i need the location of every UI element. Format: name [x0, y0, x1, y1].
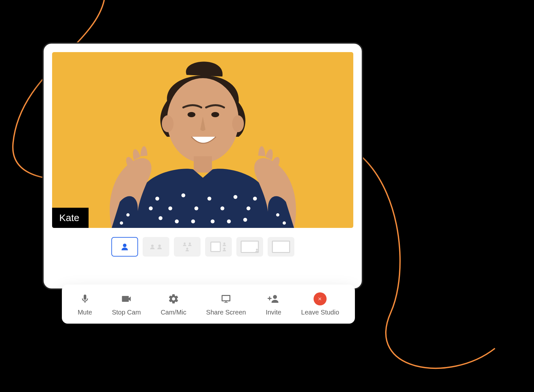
svg-point-17 [211, 219, 215, 223]
participant-name-tag: Kate [52, 208, 89, 228]
mute-label: Mute [77, 309, 92, 316]
svg-point-6 [155, 197, 159, 201]
svg-point-24 [276, 213, 279, 217]
person-icon [149, 244, 155, 250]
leave-studio-button[interactable]: Leave Studio [301, 292, 339, 316]
svg-point-18 [227, 219, 231, 223]
svg-point-20 [149, 206, 153, 210]
share-screen-label: Share Screen [206, 309, 246, 316]
svg-point-16 [191, 219, 195, 223]
svg-point-19 [243, 218, 247, 222]
svg-point-34 [256, 249, 258, 251]
monitor-icon [219, 292, 232, 305]
participant-name: Kate [59, 212, 79, 223]
svg-point-21 [253, 197, 257, 201]
person-icon [222, 247, 227, 252]
add-person-icon [267, 292, 280, 305]
gear-icon [167, 292, 180, 305]
leave-label: Leave Studio [301, 309, 339, 316]
svg-point-22 [126, 213, 130, 217]
app-stage: Kate [0, 0, 534, 392]
stop-cam-button[interactable]: Stop Cam [112, 292, 141, 316]
person-icon [176, 247, 199, 252]
layout-three-up[interactable] [174, 237, 201, 257]
person-icon [157, 244, 162, 250]
studio-window: Kate [42, 42, 363, 290]
person-icon [120, 242, 129, 251]
person-icon [182, 242, 187, 246]
svg-point-11 [220, 206, 224, 210]
cam-mic-button[interactable]: Cam/Mic [161, 292, 186, 316]
layout-single[interactable] [111, 237, 138, 257]
invite-label: Invite [266, 309, 281, 316]
microphone-icon [78, 292, 91, 305]
svg-point-9 [194, 206, 198, 210]
svg-point-15 [175, 219, 179, 223]
layout-picker [52, 237, 353, 257]
svg-point-31 [186, 248, 188, 250]
svg-point-23 [120, 221, 123, 225]
person-icon [255, 248, 259, 253]
svg-point-7 [168, 206, 172, 210]
svg-point-12 [233, 195, 237, 199]
control-toolbar: Mute Stop Cam Cam/Mic Share Screen Invit [62, 285, 355, 324]
svg-point-2 [232, 115, 244, 132]
leave-icon [314, 292, 327, 305]
svg-point-8 [181, 193, 185, 197]
screen-icon [272, 241, 290, 253]
svg-point-32 [223, 243, 225, 245]
svg-point-1 [162, 115, 174, 132]
layout-two-up[interactable] [143, 237, 169, 257]
participant-figure [92, 52, 314, 228]
svg-point-27 [151, 245, 154, 247]
share-screen-button[interactable]: Share Screen [206, 292, 246, 316]
svg-point-10 [207, 197, 211, 201]
person-icon [222, 242, 227, 246]
svg-point-4 [211, 112, 219, 117]
cam-mic-label: Cam/Mic [161, 309, 186, 316]
svg-point-25 [283, 221, 286, 225]
video-feed: Kate [52, 52, 353, 228]
mute-button[interactable]: Mute [77, 292, 92, 316]
svg-point-26 [123, 244, 126, 247]
invite-button[interactable]: Invite [266, 292, 281, 316]
layout-screen-left-people-right[interactable] [205, 237, 232, 257]
layout-screen-only[interactable] [268, 237, 294, 257]
svg-point-28 [158, 245, 161, 247]
svg-point-33 [223, 248, 225, 250]
person-icon [188, 242, 192, 246]
camera-icon [120, 292, 133, 305]
svg-point-29 [184, 243, 186, 245]
stop-cam-label: Stop Cam [112, 309, 141, 316]
layout-screen-with-pip[interactable] [236, 237, 263, 257]
svg-point-3 [188, 112, 195, 117]
svg-point-13 [246, 206, 250, 210]
svg-rect-5 [194, 156, 212, 173]
svg-point-30 [189, 243, 191, 245]
screen-icon [210, 242, 221, 252]
svg-point-14 [159, 216, 162, 220]
